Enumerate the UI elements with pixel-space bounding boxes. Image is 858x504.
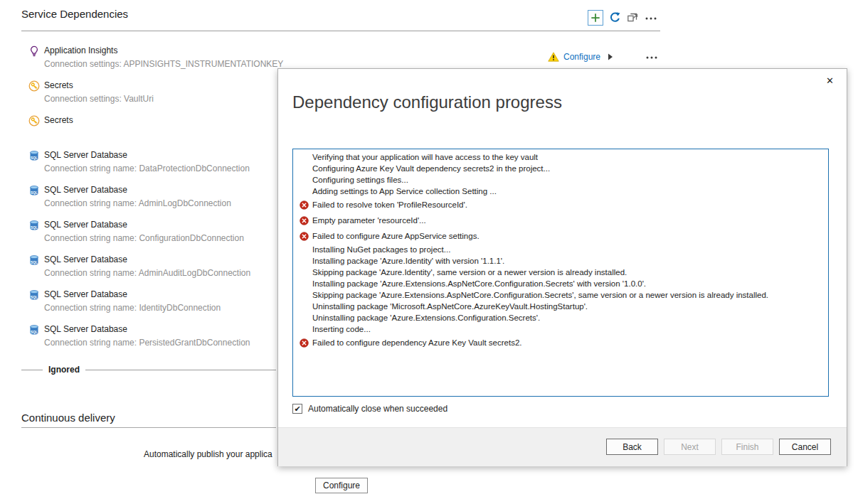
dependency-detail: Connection string name: IdentityDbConnec…	[44, 303, 221, 313]
ignored-separator: Ignored	[21, 365, 276, 375]
sql-database-icon: SQL	[28, 289, 40, 301]
log-line: Adding settings to App Service collectio…	[293, 186, 828, 197]
cancel-button[interactable]: Cancel	[779, 439, 831, 455]
dependency-item[interactable]: Secrets Connection settings: VaultUri	[28, 80, 276, 114]
log-line: Configuring Azure Key Vault dependency s…	[293, 163, 828, 174]
log-line: Failed to configure dependency Azure Key…	[293, 335, 828, 350]
refresh-button[interactable]	[609, 11, 621, 23]
progress-log[interactable]: Verifying that your application will hav…	[292, 149, 829, 397]
finish-button: Finish	[721, 439, 773, 455]
auto-close-checkbox[interactable]: ✔	[292, 404, 302, 414]
error-icon	[300, 216, 309, 225]
log-line-text: Uninstalling package 'Microsoft.AspNetCo…	[312, 302, 588, 311]
svg-text:SQL: SQL	[31, 191, 38, 195]
warning-icon	[548, 52, 559, 62]
dialog-button-row: BackNextFinishCancel	[606, 439, 831, 455]
dependency-name: SQL Server Database	[44, 289, 127, 299]
appinsights-configure-row: Configure	[548, 51, 658, 63]
dependency-item[interactable]: SQL SQL Server Database Connection strin…	[28, 254, 276, 289]
dependency-item[interactable]: Application Insights Connection settings…	[28, 45, 276, 80]
popout-button[interactable]	[627, 11, 639, 23]
header-divider	[21, 31, 660, 31]
log-line: Installing package 'Azure.Extensions.Asp…	[293, 278, 828, 289]
page-toolbar	[588, 9, 657, 26]
more-options-button[interactable]	[645, 12, 657, 23]
expand-arrow-icon[interactable]	[608, 53, 613, 60]
continuous-delivery-configure-button[interactable]: Configure	[315, 478, 368, 493]
key-icon	[28, 80, 40, 92]
add-dependency-button[interactable]	[588, 10, 603, 26]
log-line-text: Empty parameter 'resourceId'...	[312, 216, 426, 225]
error-icon	[300, 338, 309, 348]
dependency-name: Secrets	[44, 80, 73, 90]
sql-database-icon: SQL	[28, 324, 40, 336]
ignored-label: Ignored	[48, 365, 80, 375]
dependency-item[interactable]: SQL SQL Server Database Connection strin…	[28, 219, 276, 254]
log-line-text: Uninstalling package 'Azure.Extensions.C…	[312, 313, 540, 322]
dependency-detail: Connection string name: DataProtectionDb…	[44, 163, 250, 173]
separator-line	[21, 370, 43, 370]
log-line: Configuring settings files...	[293, 174, 828, 186]
dependency-list: Application Insights Connection settings…	[28, 45, 276, 358]
continuous-delivery-divider	[21, 427, 276, 428]
ellipsis-icon	[645, 12, 657, 23]
svg-text:SQL: SQL	[31, 261, 38, 264]
error-icon	[300, 200, 309, 210]
back-button[interactable]: Back	[606, 439, 658, 455]
dependency-name: SQL Server Database	[44, 185, 127, 195]
dependency-detail: Connection string name: PersistedGrantDb…	[44, 338, 250, 348]
log-line-text: Failed to resolve token 'ProfileResource…	[312, 200, 467, 209]
configure-link[interactable]: Configure	[563, 52, 600, 62]
error-icon	[300, 232, 309, 241]
dialog-title: Dependency configuration progress	[292, 92, 562, 112]
dependency-detail: Connection string name: AdminAuditLogDbC…	[44, 268, 250, 278]
log-line-text: Verifying that your application will hav…	[312, 153, 538, 161]
dependency-name: Application Insights	[44, 45, 117, 55]
dependency-name: SQL Server Database	[44, 324, 127, 334]
row-more-options-button[interactable]	[645, 51, 658, 63]
continuous-delivery-description: Automatically publish your applica	[144, 449, 272, 459]
dependency-item[interactable]: SQL SQL Server Database Connection strin…	[28, 149, 276, 184]
dependency-item[interactable]: Secrets	[28, 114, 276, 149]
dependency-name: SQL Server Database	[44, 220, 127, 230]
log-line: Empty parameter 'resourceId'...	[293, 213, 828, 228]
log-line-text: Installing package 'Azure.Extensions.Asp…	[312, 279, 646, 288]
log-line-text: Configuring settings files...	[312, 176, 408, 184]
svg-text:SQL: SQL	[31, 226, 38, 230]
plus-icon	[590, 13, 600, 23]
sql-database-icon: SQL	[28, 185, 40, 196]
auto-close-label: Automatically close when succeeded	[308, 404, 447, 414]
svg-text:SQL: SQL	[31, 156, 38, 160]
log-line: Installing NuGet packages to project...	[293, 244, 828, 255]
log-line-text: Skipping package 'Azure.Identity', same …	[312, 268, 627, 277]
log-line-text: Failed to configure dependency Azure Key…	[312, 338, 522, 347]
next-button: Next	[664, 439, 716, 455]
dependency-item[interactable]: SQL SQL Server Database Connection strin…	[28, 323, 276, 358]
dependency-configuration-dialog: ✕ Dependency configuration progress Veri…	[277, 68, 847, 466]
svg-text:SQL: SQL	[31, 296, 38, 299]
dialog-footer: BackNextFinishCancel	[278, 427, 847, 466]
sql-database-icon: SQL	[28, 150, 40, 161]
refresh-icon	[609, 11, 621, 23]
separator-line	[85, 370, 276, 370]
log-line-text: Installing package 'Azure.Identity' with…	[312, 257, 504, 265]
dependency-item[interactable]: SQL SQL Server Database Connection strin…	[28, 289, 276, 323]
log-line: Skipping package 'Azure.Extensions.AspNe…	[293, 289, 828, 301]
appinsights-icon	[28, 45, 40, 57]
sql-database-icon: SQL	[28, 254, 40, 266]
close-icon[interactable]: ✕	[826, 76, 834, 86]
key-icon	[28, 115, 40, 127]
log-line: Inserting code...	[293, 323, 828, 335]
log-line: Failed to resolve token 'ProfileResource…	[293, 197, 828, 213]
dependency-name: Secrets	[44, 115, 73, 125]
dependency-item[interactable]: SQL SQL Server Database Connection strin…	[28, 184, 276, 219]
continuous-delivery-title: Continuous delivery	[21, 412, 115, 424]
log-line: Skipping package 'Azure.Identity', same …	[293, 267, 828, 278]
log-line-text: Adding settings to App Service collectio…	[312, 187, 497, 195]
log-line-text: Configuring Azure Key Vault dependency s…	[312, 164, 550, 173]
log-line: Verifying that your application will hav…	[293, 151, 828, 163]
log-line-text: Skipping package 'Azure.Extensions.AspNe…	[312, 291, 768, 299]
log-line: Installing package 'Azure.Identity' with…	[293, 255, 828, 267]
log-line: Uninstalling package 'Microsoft.AspNetCo…	[293, 301, 828, 312]
popout-icon	[627, 11, 639, 23]
